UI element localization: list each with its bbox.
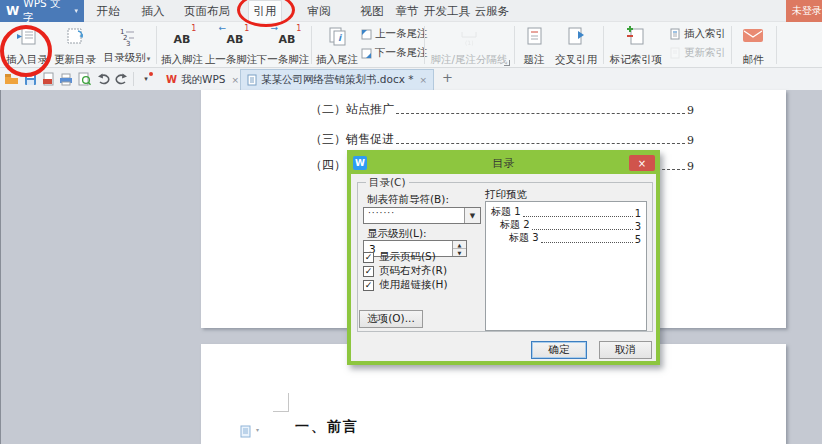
toolbar-divider (133, 72, 134, 86)
redo-icon[interactable] (113, 71, 129, 87)
close-icon[interactable]: × (231, 75, 239, 85)
checkbox-use-hyperlinks[interactable]: ✓ 使用超链接(H) (363, 278, 448, 292)
menu-tab-cloud[interactable]: 云服务 (470, 0, 514, 22)
dot-leader (396, 143, 685, 144)
checkbox-show-page-numbers[interactable]: ✓ 显示页码(S) (363, 250, 436, 264)
customize-toolbar-button[interactable]: ▾ (139, 71, 153, 87)
toc-line[interactable]: （三）销售促进 9 (310, 132, 694, 148)
cancel-button[interactable]: 取消 (599, 341, 652, 359)
menu-tab-layout[interactable]: 页面布局 (180, 0, 234, 22)
print-icon[interactable] (58, 71, 74, 87)
toc-level-button[interactable]: 123 目录级别▾ (100, 24, 154, 66)
ok-button[interactable]: 确定 (531, 341, 587, 359)
outline-collapse-icon[interactable] (240, 425, 252, 438)
toc-line[interactable]: （二）站点推广 9 (310, 102, 694, 118)
tab-document[interactable]: 某某公司网络营销策划书.docx * × (240, 69, 434, 90)
checkbox-checked-icon[interactable]: ✓ (363, 266, 374, 277)
wps-dialog-logo-icon: W (353, 156, 367, 170)
menu-tab-review[interactable]: 审阅 (303, 0, 335, 22)
insert-index-button[interactable]: 插入索引 (669, 26, 727, 42)
mark-index-icon (625, 26, 647, 46)
cross-reference-icon (565, 26, 587, 46)
dialog-close-button[interactable]: × (629, 155, 655, 171)
cross-reference-button[interactable]: 交叉引用 (553, 24, 599, 66)
checkbox-checked-icon[interactable]: ✓ (363, 280, 374, 291)
document-tab-bar: ▾ W 我的WPS × 某某公司网络营销策划书.docx * × + (0, 68, 822, 90)
mark-index-entry-button[interactable]: 标记索引项 (607, 24, 665, 66)
ribbon-divider (514, 26, 515, 64)
menu-tab-view[interactable]: 视图 (356, 0, 388, 22)
preview-entry: 标题 35 (491, 232, 641, 245)
groupbox-label: 目录(C) (366, 176, 409, 190)
title-menu-bar: W WPS 文字 ▾ 开始 插入 页面布局 引用 审阅 视图 章节 开发工具 云… (0, 0, 822, 22)
dialog-title-bar[interactable]: W 目录 × (350, 153, 657, 174)
toc-dialog: W 目录 × 目录(C) 制表符前导符(B): ······· ▼ 显示级别(L… (347, 150, 660, 365)
insert-footnote-button[interactable]: AB1 插入脚注 (160, 24, 204, 66)
dot-leader (541, 242, 633, 243)
insert-footnote-icon: AB1 (174, 26, 191, 46)
menu-tab-section[interactable]: 章节 (391, 0, 423, 22)
chevron-down-icon: ▾ (256, 426, 259, 433)
update-toc-icon (64, 26, 86, 46)
checkbox-checked-icon[interactable]: ✓ (363, 252, 374, 263)
show-levels-label: 显示级别(L): (367, 227, 427, 241)
new-tab-button[interactable]: + (442, 70, 453, 85)
next-footnote-button[interactable]: →AB1 下一条脚注 (258, 24, 308, 66)
chevron-down-icon: ▾ (74, 7, 78, 15)
window-edge (0, 90, 1, 444)
dialog-launcher-icon[interactable] (504, 60, 510, 66)
prev-footnote-button[interactable]: ←AB1 上一条脚注 (206, 24, 256, 66)
references-ribbon: 插入目录 更新目录 123 目录级别▾ AB1 插入脚注 ←AB1 上一条脚注 … (0, 22, 822, 68)
combobox-dropdown-icon[interactable]: ▼ (464, 208, 480, 223)
open-file-icon[interactable] (3, 71, 19, 87)
menu-tab-devtools[interactable]: 开发工具 (420, 0, 474, 22)
ribbon-divider (424, 26, 425, 64)
tab-leader-label: 制表符前导符(B): (367, 193, 449, 207)
save-icon[interactable] (22, 71, 38, 87)
menu-tab-references[interactable]: 引用 (248, 0, 282, 22)
insert-toc-icon (16, 26, 38, 46)
insert-endnote-button[interactable]: i 插入尾注 (315, 24, 359, 66)
spin-up-icon[interactable]: ▲ (453, 241, 466, 249)
svg-text:3: 3 (126, 40, 130, 46)
chevron-down-icon: ▾ (144, 75, 148, 83)
dot-leader (396, 113, 685, 114)
ribbon-divider (603, 26, 604, 64)
insert-index-icon (669, 28, 681, 40)
undo-icon[interactable] (96, 71, 112, 87)
wps-logo-icon: W (6, 4, 19, 18)
spinner-buttons: ▲ ▼ (452, 241, 466, 256)
login-button[interactable]: 未登录 (786, 0, 822, 22)
menu-tab-insert[interactable]: 插入 (137, 0, 169, 22)
endnote-nav-group: 上一条尾注 下一条尾注 (360, 26, 422, 61)
tab-my-wps[interactable]: W 我的WPS × (160, 69, 245, 90)
next-footnote-icon: →AB1 (279, 26, 296, 46)
options-button[interactable]: 选项(O)... (359, 310, 423, 328)
app-logo[interactable]: W WPS 文字 ▾ (0, 0, 84, 22)
update-index-button: 更新索引 (669, 45, 727, 61)
mail-button[interactable]: 邮件 (736, 24, 770, 66)
update-toc-button[interactable]: 更新目录 (52, 24, 98, 66)
checkbox-right-align-page-numbers[interactable]: ✓ 页码右对齐(R) (363, 264, 447, 278)
prev-endnote-icon (360, 28, 372, 40)
prev-endnote-button[interactable]: 上一条尾注 (360, 26, 422, 42)
ribbon-divider (311, 26, 312, 64)
spin-down-icon[interactable]: ▼ (453, 249, 466, 256)
close-icon[interactable]: × (420, 75, 428, 85)
next-endnote-button[interactable]: 下一条尾注 (360, 45, 422, 61)
wps-w-icon: W (166, 74, 177, 85)
dot-leader (532, 229, 633, 230)
export-pdf-icon[interactable] (40, 71, 56, 87)
update-index-icon (669, 47, 681, 59)
ribbon-divider (156, 26, 157, 64)
insert-endnote-icon: i (326, 26, 348, 46)
print-preview-icon[interactable] (76, 71, 92, 87)
dialog-title: 目录 (350, 156, 657, 171)
caption-button[interactable]: 题注 (519, 24, 549, 66)
menu-tab-home[interactable]: 开始 (92, 0, 124, 22)
tab-leader-combobox[interactable]: ······· ▼ (363, 207, 481, 224)
dot-leader (523, 216, 633, 217)
chevron-down-icon: ▾ (147, 55, 151, 63)
insert-toc-button[interactable]: 插入目录 (4, 24, 50, 66)
document-heading[interactable]: 一、前言 (295, 418, 359, 436)
